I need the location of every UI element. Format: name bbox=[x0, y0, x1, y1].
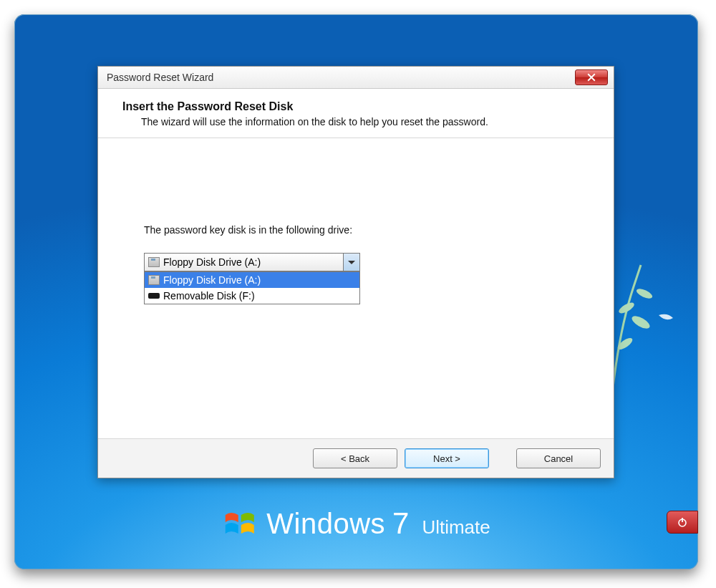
wizard-footer: < Back Next > Cancel bbox=[98, 438, 614, 478]
brand-name: Windows bbox=[266, 508, 385, 540]
drive-option[interactable]: Removable Disk (F:) bbox=[145, 288, 359, 304]
wizard-heading: Insert the Password Reset Disk bbox=[122, 100, 594, 113]
drive-select-value: Floppy Disk Drive (A:) bbox=[163, 256, 261, 268]
drive-select-display[interactable]: Floppy Disk Drive (A:) bbox=[144, 253, 360, 271]
power-icon bbox=[677, 516, 688, 528]
wizard-header: Insert the Password Reset Disk The wizar… bbox=[98, 89, 614, 138]
close-icon bbox=[587, 73, 596, 82]
removable-disk-icon bbox=[147, 291, 160, 301]
chevron-down-icon[interactable] bbox=[343, 254, 359, 271]
wizard-subheading: The wizard will use the information on t… bbox=[141, 116, 594, 127]
svg-point-3 bbox=[635, 286, 654, 300]
next-button-label: Next > bbox=[433, 453, 460, 464]
title-bar[interactable]: Password Reset Wizard bbox=[98, 67, 614, 89]
window-title: Password Reset Wizard bbox=[107, 72, 213, 83]
svg-point-1 bbox=[630, 314, 652, 331]
drive-option[interactable]: Floppy Disk Drive (A:) bbox=[145, 272, 359, 288]
cancel-button[interactable]: Cancel bbox=[516, 448, 601, 468]
wizard-body: The password key disk is in the followin… bbox=[98, 138, 614, 438]
power-button[interactable] bbox=[667, 511, 698, 534]
drive-prompt-label: The password key disk is in the followin… bbox=[144, 224, 568, 236]
brand-version: 7 bbox=[392, 506, 409, 541]
os-branding: Windows 7 Ultimate bbox=[222, 506, 490, 541]
password-reset-wizard-window: Password Reset Wizard Insert the Passwor… bbox=[97, 66, 614, 478]
close-button[interactable] bbox=[575, 69, 608, 85]
desktop-background: Password Reset Wizard Insert the Passwor… bbox=[14, 14, 698, 569]
drive-option-label: Floppy Disk Drive (A:) bbox=[163, 274, 261, 286]
next-button[interactable]: Next > bbox=[405, 448, 489, 468]
back-button-label: < Back bbox=[341, 453, 369, 464]
floppy-icon bbox=[147, 275, 160, 285]
drive-select[interactable]: Floppy Disk Drive (A:) Floppy Disk Drive… bbox=[144, 253, 360, 271]
floppy-icon bbox=[147, 257, 160, 267]
drive-select-dropdown: Floppy Disk Drive (A:) Removable Disk (F… bbox=[144, 271, 360, 304]
drive-option-label: Removable Disk (F:) bbox=[163, 290, 255, 302]
back-button[interactable]: < Back bbox=[313, 448, 397, 468]
brand-edition: Ultimate bbox=[422, 516, 490, 539]
cancel-button-label: Cancel bbox=[544, 453, 573, 464]
windows-logo-icon bbox=[222, 506, 256, 541]
